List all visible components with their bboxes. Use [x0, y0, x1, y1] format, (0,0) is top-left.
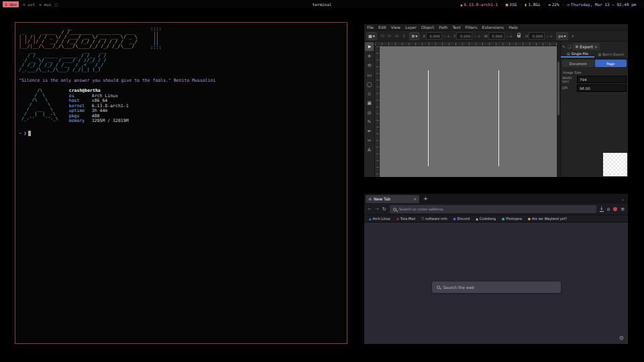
- tab-new-tab[interactable]: ⊕ New Tab ×: [366, 195, 419, 203]
- tool-rectangle[interactable]: ▭: [365, 70, 374, 79]
- personalize-gear-icon[interactable]: ⚙: [619, 335, 624, 341]
- forward-button[interactable]: →: [375, 206, 379, 212]
- tuta-favicon: ●: [396, 217, 399, 221]
- menu-edit[interactable]: Edit: [378, 25, 386, 29]
- globe-favicon: ⊕: [368, 196, 372, 201]
- flip-vertical-icon[interactable]: ⇕: [402, 34, 406, 39]
- tool-controls-bar: ▦ ▾ ⟲ ⟳ ⇋ ⇕ ≣ ▾ X 0.000 − + Y 0.000 − + …: [364, 30, 628, 42]
- flip-horizontal-icon[interactable]: ⇋: [394, 34, 398, 39]
- prompt-path: ~: [19, 131, 21, 136]
- minus-button[interactable]: −: [443, 34, 446, 38]
- reload-button[interactable]: ↻: [382, 206, 386, 212]
- lock-ratio-icon[interactable]: [517, 35, 521, 38]
- prompt-chevron: ❯: [23, 131, 26, 136]
- menu-object[interactable]: Object: [421, 25, 435, 29]
- ublock-extension-icon[interactable]: [613, 207, 617, 211]
- list-tabs-icon[interactable]: ⌄: [621, 196, 625, 201]
- tab-single-file[interactable]: ▤ Single File: [561, 50, 594, 58]
- bookmark-codeberg[interactable]: ▲Codeberg: [476, 217, 496, 221]
- tool-node-editor[interactable]: ✛: [365, 52, 374, 60]
- dialog-dock-tabs: ✎ ❏ ▣ Export ×: [561, 42, 628, 50]
- toolbar-overflow-icon[interactable]: »: [572, 34, 574, 39]
- vertical-ruler[interactable]: [375, 46, 380, 177]
- h-input[interactable]: 0.000: [529, 32, 545, 40]
- tool-selector[interactable]: ➤: [365, 42, 374, 51]
- minus-button[interactable]: −: [545, 34, 549, 38]
- selection-grid-icon: ▦: [368, 34, 372, 38]
- bookmark-arch-linux[interactable]: ▲Arch Linux: [369, 217, 390, 221]
- bookmark-software-refs[interactable]: ❐software refs: [421, 217, 447, 221]
- back-button[interactable]: ←: [368, 206, 372, 212]
- width-input[interactable]: 794: [577, 76, 627, 83]
- units-dropdown[interactable]: px ▾: [556, 32, 568, 40]
- selection-mode-dropdown[interactable]: ▦ ▾: [366, 32, 377, 40]
- ascii-banner-welcome: __ _ _____ / /________ ____ ___ ___ | | …: [19, 25, 343, 49]
- menu-extensions[interactable]: Extensions: [482, 25, 504, 29]
- tool-pencil[interactable]: ✎: [365, 117, 374, 126]
- w-field[interactable]: W 0.000 − +: [484, 32, 513, 40]
- tab-title: New Tab: [374, 196, 390, 201]
- w-input[interactable]: 0.000: [488, 32, 504, 40]
- plus-button[interactable]: +: [549, 34, 553, 38]
- h-field[interactable]: H 0.000 − +: [525, 32, 553, 40]
- minus-button[interactable]: −: [473, 34, 476, 38]
- tool-ellipse[interactable]: ◯: [365, 80, 374, 88]
- plus-button[interactable]: +: [509, 34, 513, 38]
- layers-dialog-icon[interactable]: ❏: [568, 44, 571, 49]
- tab-batch-export[interactable]: ▦ Batch Export: [594, 50, 628, 58]
- menu-text[interactable]: Text: [452, 25, 460, 29]
- tool-text[interactable]: A: [365, 145, 374, 154]
- menu-path[interactable]: Path: [439, 25, 447, 29]
- tool-spiral[interactable]: ◎: [365, 108, 374, 117]
- bookmark-tuta-mail[interactable]: ●Tuta Mail: [396, 217, 415, 221]
- menu-layer[interactable]: Layer: [405, 25, 417, 29]
- tool-3dbox[interactable]: ▣: [365, 99, 374, 107]
- page-button[interactable]: Page: [595, 60, 627, 67]
- dpi-input[interactable]: 96.00: [577, 84, 627, 92]
- y-input[interactable]: 0.000: [456, 32, 472, 40]
- x-input[interactable]: 0.000: [426, 32, 442, 40]
- tool-calligraphy[interactable]: ✑: [365, 136, 374, 145]
- menu-view[interactable]: View: [391, 25, 400, 29]
- bookmark-photopea[interactable]: ■Photopea: [502, 217, 522, 221]
- tool-pen[interactable]: ✒: [365, 127, 374, 135]
- search-icon: [393, 208, 396, 211]
- web-search-input[interactable]: Search the web: [432, 282, 561, 293]
- terminal-window[interactable]: __ _ _____ / /________ ____ ___ ___ | | …: [15, 22, 347, 344]
- downloads-icon[interactable]: ↓: [600, 206, 604, 212]
- align-dropdown[interactable]: ≣ ▾: [409, 32, 419, 40]
- menu-filters[interactable]: Filters: [466, 25, 478, 29]
- width-label: Width (px): [562, 76, 576, 83]
- minus-button[interactable]: −: [505, 34, 508, 38]
- bookmark-are-we-wayland-yet[interactable]: ●Are we Wayland yet?: [528, 217, 567, 221]
- rotate-ccw-icon[interactable]: ⟲: [380, 34, 384, 39]
- tab-close-icon[interactable]: ×: [413, 196, 417, 201]
- export-tab[interactable]: ▣ Export ×: [573, 43, 599, 50]
- x-field[interactable]: X 0.000 − +: [423, 32, 450, 40]
- tool-shape-builder[interactable]: ⟲: [365, 61, 374, 70]
- bookmark-discord[interactable]: ●Discord: [453, 217, 470, 221]
- web-search-placeholder: Search the web: [443, 285, 475, 290]
- scrollbar-thumb[interactable]: [557, 62, 559, 115]
- horizontal-ruler[interactable]: [375, 42, 557, 46]
- document-button[interactable]: Document: [562, 60, 594, 67]
- menu-file[interactable]: File: [367, 25, 374, 29]
- y-field[interactable]: Y 0.000 − +: [453, 32, 480, 40]
- menu-hamburger-icon[interactable]: ≡: [621, 206, 625, 212]
- edit-dialog-icon[interactable]: ✎: [562, 44, 566, 49]
- close-icon[interactable]: ×: [594, 44, 598, 49]
- tool-star[interactable]: ✩: [365, 89, 374, 98]
- menu-help[interactable]: Help: [508, 25, 518, 29]
- inkscape-canvas[interactable]: [380, 46, 557, 177]
- home-icon[interactable]: ⌂: [607, 206, 610, 212]
- plus-button[interactable]: +: [477, 34, 480, 38]
- page-edge-left: [428, 70, 429, 166]
- address-bar[interactable]: Search or enter address: [390, 205, 596, 213]
- rotate-cw-icon[interactable]: ⟳: [388, 34, 392, 39]
- new-tab-button[interactable]: +: [423, 196, 428, 202]
- shell-prompt[interactable]: ~ ❯: [19, 131, 343, 136]
- export-tab-icon: ▣: [575, 44, 578, 48]
- page-edge-right: [498, 70, 499, 166]
- plus-button[interactable]: +: [447, 34, 450, 38]
- toolbox: ➤ ✛ ⟲ ▭ ◯ ✩ ▣ ◎ ✎ ✒ ✑ A: [364, 42, 375, 177]
